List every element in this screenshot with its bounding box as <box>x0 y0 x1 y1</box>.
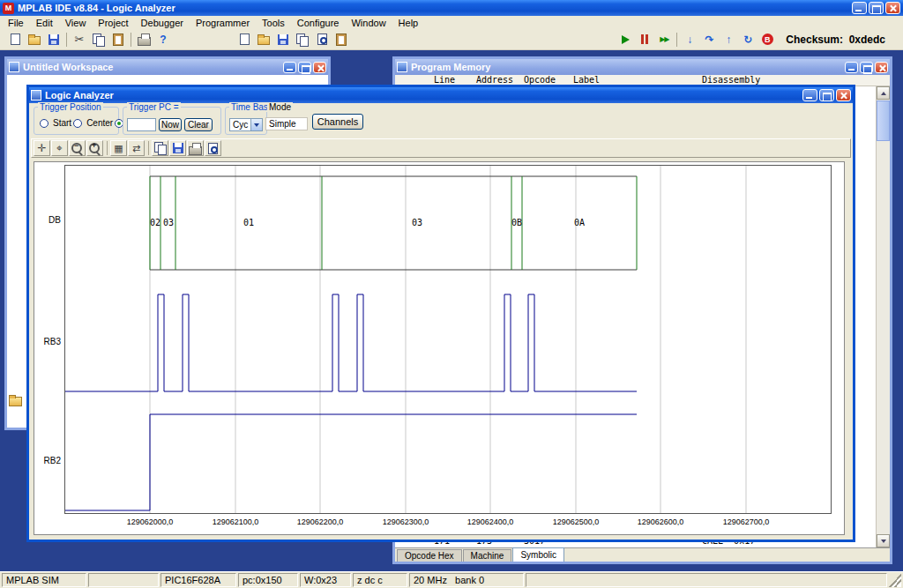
zoom-in-button[interactable]: + <box>86 140 103 156</box>
program-memory-minimize-button[interactable] <box>845 62 858 73</box>
scroll-up-button[interactable] <box>877 86 890 100</box>
menu-file[interactable]: File <box>2 16 30 29</box>
print-preview-button[interactable] <box>205 140 221 156</box>
tab-machine[interactable]: Machine <box>463 549 512 562</box>
menu-window[interactable]: Window <box>345 16 392 29</box>
save-waveform-button[interactable] <box>169 140 186 156</box>
logic-analyzer-window: Logic Analyzer Trigger Position Start Ce… <box>26 85 855 542</box>
print-button[interactable] <box>134 31 153 48</box>
tab-symbolic[interactable]: Symbolic <box>512 547 564 562</box>
step-over-button[interactable]: ↷ <box>699 31 719 48</box>
vertical-scrollbar[interactable] <box>876 86 890 547</box>
program-memory-titlebar[interactable]: Program Memory <box>395 59 890 75</box>
save-project-button[interactable] <box>273 31 293 48</box>
radio-center[interactable] <box>73 119 82 128</box>
menu-help[interactable]: Help <box>392 16 425 29</box>
waveform-plot-area[interactable]: 02 03 01 03 0B 0A <box>64 165 832 514</box>
maximize-button[interactable] <box>869 2 884 14</box>
cursor-button[interactable]: ⌖ <box>51 140 68 156</box>
menu-programmer[interactable]: Programmer <box>190 16 256 29</box>
time-base-dropdown-button[interactable] <box>250 119 262 130</box>
paste-button[interactable] <box>108 31 128 48</box>
checksum-display: Checksum: 0xdedc <box>786 33 885 46</box>
menu-tools[interactable]: Tools <box>256 16 291 29</box>
logic-analyzer-titlebar[interactable]: Logic Analyzer <box>29 87 853 103</box>
toolbar-separator <box>131 33 131 47</box>
save-file-button[interactable] <box>44 31 63 48</box>
column-header-disassembly: Disassembly <box>702 75 760 85</box>
print-icon <box>138 37 151 46</box>
print-waveform-button[interactable] <box>187 140 204 156</box>
workspace-close-button[interactable] <box>313 62 326 73</box>
workspace-minimize-button[interactable] <box>283 62 296 73</box>
time-axis-label: 129062200,0 <box>288 517 352 526</box>
menu-debugger[interactable]: Debugger <box>135 16 190 29</box>
breakpoints-button[interactable]: B <box>757 31 777 48</box>
program-memory-maximize-button[interactable] <box>860 62 873 73</box>
save-project-icon <box>278 34 288 45</box>
menu-edit[interactable]: Edit <box>30 16 59 29</box>
program-target-button[interactable] <box>332 31 351 48</box>
open-file-icon <box>28 36 41 45</box>
new-file-icon <box>11 33 20 45</box>
animate-icon: ▶▶ <box>660 35 668 43</box>
checksum-label: Checksum: <box>786 33 843 46</box>
time-axis-label: 129062600,0 <box>629 517 692 526</box>
scrollbar-thumb[interactable] <box>877 100 890 141</box>
build-icon <box>296 33 309 46</box>
workspace-folder-icon[interactable] <box>9 397 22 406</box>
scroll-down-button[interactable] <box>877 534 890 547</box>
column-header-opcode: Opcode <box>524 75 556 85</box>
status-flags: z dc c <box>353 573 407 587</box>
program-memory-close-button[interactable] <box>875 62 888 73</box>
radio-start[interactable] <box>40 119 49 128</box>
pan-button[interactable]: ✛ <box>34 140 50 156</box>
logic-analyzer-toolbar: ✛ ⌖ − + ▦ ⇄ <box>31 138 851 158</box>
logic-analyzer-close-button[interactable] <box>836 89 851 101</box>
copy-button[interactable] <box>89 31 108 48</box>
status-device: PIC16F628A <box>160 573 236 587</box>
time-base-controls: Cyc <box>229 118 263 131</box>
now-button[interactable]: Now <box>159 118 182 131</box>
trigger-pc-group: Trigger PC = Now Clear <box>123 107 221 135</box>
step-out-button[interactable]: ↑ <box>719 31 738 48</box>
time-base-select[interactable]: Cyc <box>229 118 263 131</box>
zoom-out-button[interactable]: − <box>69 140 86 156</box>
workspace-titlebar[interactable]: Untitled Workspace <box>7 59 328 75</box>
trigger-pc-input[interactable] <box>127 118 156 131</box>
close-button[interactable] <box>885 2 900 14</box>
build-button[interactable] <box>293 31 312 48</box>
menu-view[interactable]: View <box>59 16 93 29</box>
open-project-button[interactable] <box>254 31 273 48</box>
channels-button[interactable]: Channels <box>312 114 363 130</box>
minimize-button[interactable] <box>852 2 867 14</box>
new-project-button[interactable] <box>235 31 254 48</box>
help-button[interactable]: ? <box>153 31 173 48</box>
markers-button[interactable]: ⇄ <box>128 140 145 156</box>
animate-button[interactable]: ▶▶ <box>654 31 674 48</box>
halt-button[interactable] <box>635 31 654 48</box>
tab-opcode-hex[interactable]: Opcode Hex <box>397 549 462 562</box>
resize-grip[interactable] <box>889 573 901 587</box>
app-titlebar[interactable]: M MPLAB IDE v8.84 - Logic Analyzer <box>0 0 903 16</box>
db-bus-trace: 02 03 01 03 0B 0A <box>150 176 637 270</box>
workspace-maximize-button[interactable] <box>298 62 311 73</box>
logic-analyzer-minimize-button[interactable] <box>802 89 817 101</box>
menu-configure[interactable]: Configure <box>291 16 346 29</box>
make-button[interactable] <box>312 31 332 48</box>
step-out-icon: ↑ <box>726 33 731 46</box>
menu-project[interactable]: Project <box>92 16 134 29</box>
new-file-button[interactable] <box>5 31 25 48</box>
cut-button[interactable]: ✂ <box>70 31 89 48</box>
time-axis-label: 129062400,0 <box>459 517 522 526</box>
open-file-button[interactable] <box>25 31 44 48</box>
copy-waveform-button[interactable] <box>152 140 168 156</box>
reset-button[interactable]: ↻ <box>738 31 757 48</box>
bus-value: 02 <box>150 218 160 227</box>
clear-button[interactable]: Clear <box>184 118 213 131</box>
logic-analyzer-maximize-button[interactable] <box>819 89 834 101</box>
run-button[interactable] <box>616 31 635 48</box>
overlay-button[interactable]: ▦ <box>110 140 127 156</box>
step-into-button[interactable]: ↓ <box>680 31 699 48</box>
open-project-icon <box>257 36 270 45</box>
